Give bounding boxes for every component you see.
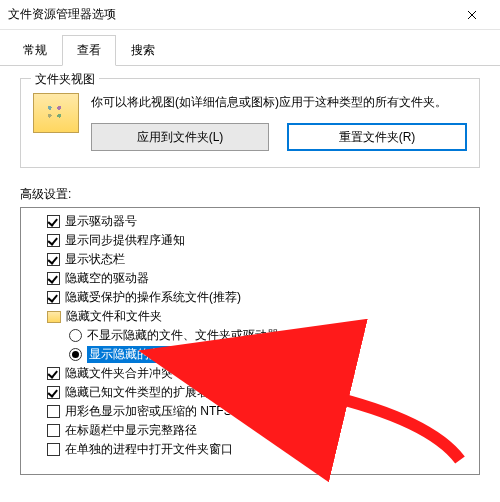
checkbox[interactable] xyxy=(47,215,60,228)
radio[interactable] xyxy=(69,329,82,342)
tree-item[interactable]: 显示驱动器号 xyxy=(23,212,477,231)
tab-content: 文件夹视图 你可以将此视图(如详细信息或图标)应用于这种类型的所有文件夹。 应用… xyxy=(0,66,500,487)
tab-general[interactable]: 常规 xyxy=(8,35,62,66)
tabs: 常规 查看 搜索 xyxy=(0,30,500,66)
checkbox[interactable] xyxy=(47,386,60,399)
checkbox[interactable] xyxy=(47,234,60,247)
checkbox[interactable] xyxy=(47,253,60,266)
checkbox[interactable] xyxy=(47,272,60,285)
close-icon xyxy=(467,10,477,20)
tree-item-label: 隐藏已知文件类型的扩展名 xyxy=(65,384,209,401)
titlebar: 文件资源管理器选项 xyxy=(0,0,500,30)
tree-item[interactable]: 显示隐藏的文件、文件夹和驱动器 xyxy=(23,345,477,364)
folder-icon xyxy=(47,311,61,323)
advanced-settings-tree[interactable]: 显示驱动器号显示同步提供程序通知显示状态栏隐藏空的驱动器隐藏受保护的操作系统文件… xyxy=(20,207,480,475)
tree-item[interactable]: 显示状态栏 xyxy=(23,250,477,269)
tree-item[interactable]: 隐藏已知文件类型的扩展名 xyxy=(23,383,477,402)
tree-item-label: 隐藏文件夹合并冲突 xyxy=(65,365,173,382)
checkbox[interactable] xyxy=(47,443,60,456)
advanced-settings-label: 高级设置: xyxy=(20,186,480,203)
tree-item[interactable]: 隐藏受保护的操作系统文件(推荐) xyxy=(23,288,477,307)
tree-item-label: 显示同步提供程序通知 xyxy=(65,232,185,249)
apply-to-folders-button[interactable]: 应用到文件夹(L) xyxy=(91,123,269,151)
tree-item[interactable]: 隐藏文件夹合并冲突 xyxy=(23,364,477,383)
close-button[interactable] xyxy=(452,0,492,30)
folder-views-group: 文件夹视图 你可以将此视图(如详细信息或图标)应用于这种类型的所有文件夹。 应用… xyxy=(20,78,480,168)
tree-item-label: 隐藏空的驱动器 xyxy=(65,270,149,287)
tree-item-label: 在标题栏中显示完整路径 xyxy=(65,422,197,439)
checkbox[interactable] xyxy=(47,367,60,380)
folder-views-description: 你可以将此视图(如详细信息或图标)应用于这种类型的所有文件夹。 xyxy=(91,93,467,111)
tree-item-label: 显示状态栏 xyxy=(65,251,125,268)
tree-item-label: 不显示隐藏的文件、文件夹或驱动器 xyxy=(87,327,279,344)
checkbox[interactable] xyxy=(47,291,60,304)
tree-item[interactable]: 显示同步提供程序通知 xyxy=(23,231,477,250)
checkbox[interactable] xyxy=(47,424,60,437)
tree-item[interactable]: 不显示隐藏的文件、文件夹或驱动器 xyxy=(23,326,477,345)
tree-item-label: 隐藏受保护的操作系统文件(推荐) xyxy=(65,289,241,306)
radio[interactable] xyxy=(69,348,82,361)
folder-views-legend: 文件夹视图 xyxy=(31,71,99,88)
tree-item-label: 隐藏文件和文件夹 xyxy=(66,308,162,325)
tab-search[interactable]: 搜索 xyxy=(116,35,170,66)
tree-item-label: 在单独的进程中打开文件夹窗口 xyxy=(65,441,233,458)
tree-item-label: 显示驱动器号 xyxy=(65,213,137,230)
tree-item[interactable]: 在标题栏中显示完整路径 xyxy=(23,421,477,440)
window-title: 文件资源管理器选项 xyxy=(8,6,452,23)
tree-item-label: 显示隐藏的文件、文件夹和驱动器 xyxy=(87,346,271,363)
tree-item[interactable]: 用彩色显示加密或压缩的 NTFS 文件 xyxy=(23,402,477,421)
folder-views-icon xyxy=(33,93,79,133)
checkbox[interactable] xyxy=(47,405,60,418)
tree-item[interactable]: 隐藏空的驱动器 xyxy=(23,269,477,288)
reset-folders-button[interactable]: 重置文件夹(R) xyxy=(287,123,467,151)
tree-item[interactable]: 隐藏文件和文件夹 xyxy=(23,307,477,326)
tree-item-label: 用彩色显示加密或压缩的 NTFS 文件 xyxy=(65,403,259,420)
tab-view[interactable]: 查看 xyxy=(62,35,116,66)
tree-item[interactable]: 在单独的进程中打开文件夹窗口 xyxy=(23,440,477,459)
